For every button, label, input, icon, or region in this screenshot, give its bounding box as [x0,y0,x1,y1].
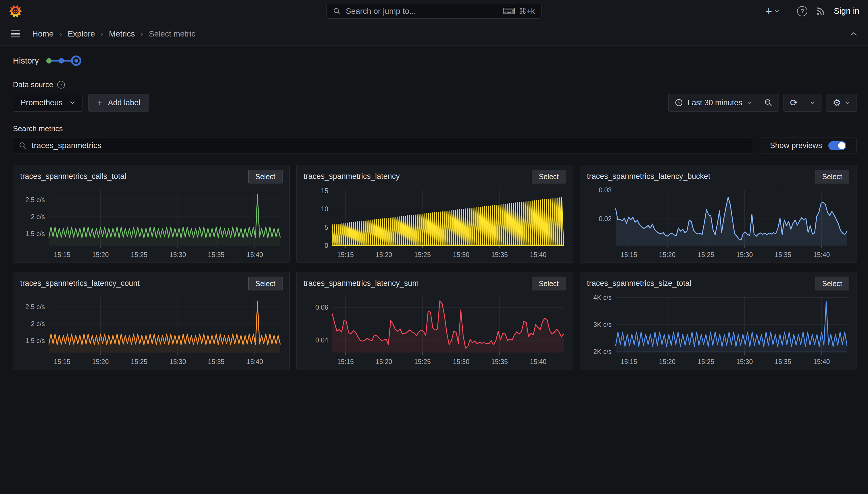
metric-title: traces_spanmetrics_latency_sum [303,277,419,288]
metrics-search-input[interactable] [31,140,746,150]
breadcrumb-item-explore[interactable]: Explore [67,29,95,39]
metric-title: traces_spanmetrics_size_total [587,277,691,288]
select-button[interactable]: Select [532,170,566,184]
time-range-label: Last 30 minutes [688,98,743,107]
search-icon [19,142,26,149]
svg-text:1.5 c/s: 1.5 c/s [25,230,45,238]
info-icon[interactable]: i [57,81,65,89]
gear-icon: ⚙ [833,98,841,107]
add-label-text: Add label [108,98,140,107]
svg-text:15:30: 15:30 [453,251,470,259]
breadcrumb-item-home[interactable]: Home [32,29,54,39]
svg-text:15:20: 15:20 [659,358,676,365]
svg-text:15:15: 15:15 [620,251,637,259]
metric-title: traces_spanmetrics_calls_total [20,170,126,181]
collapse-controls-button[interactable] [850,32,857,36]
svg-text:0.04: 0.04 [315,337,328,344]
svg-text:0.02: 0.02 [599,215,612,223]
search-shortcut-hint: ⌨ ⌘+k [503,6,535,16]
history-connector [52,60,59,61]
metric-preview-chart: 1.5 c/s2 c/s2.5 c/s15:1515:2015:2515:301… [20,293,282,367]
svg-text:3K c/s: 3K c/s [593,321,612,328]
metric-preview-chart: 0.020.0315:1515:2015:2515:3015:3515:40 [587,186,849,260]
add-label-button[interactable]: + Add label [88,94,149,112]
metric-title: traces_spanmetrics_latency_bucket [587,170,710,181]
metric-preview-chart: 2K c/s3K c/s4K c/s15:1515:2015:2515:3015… [587,293,849,367]
query-controls: Prometheus + Add label [13,94,149,112]
metric-card-header: traces_spanmetrics_latency_bucketSelect [587,170,849,184]
svg-text:4K c/s: 4K c/s [593,294,612,301]
history-step-icon[interactable] [59,58,64,63]
history-step-icon[interactable] [46,58,52,63]
refresh-icon: ⟳ [790,98,798,107]
chevron-down-icon [846,101,850,104]
svg-text:2 c/s: 2 c/s [31,320,45,327]
refresh-interval-picker[interactable] [804,94,821,111]
history-current-step-icon[interactable] [71,56,81,66]
new-menu-button[interactable]: + [765,5,780,17]
breadcrumb-separator: › [101,30,103,39]
svg-text:15:35: 15:35 [491,358,508,365]
breadcrumb-item-select-metric: Select metric [149,29,195,39]
grafana-logo[interactable] [8,4,22,18]
time-range-picker[interactable]: Last 30 minutes [669,94,757,111]
plus-icon: + [97,98,103,108]
datasource-picker[interactable]: Prometheus [13,94,82,112]
metric-card-header: traces_spanmetrics_latencySelect [303,170,566,184]
svg-text:15:40: 15:40 [246,358,263,365]
search-metrics-label: Search metrics [13,124,856,133]
metric-preview-chart: 1.5 c/s2 c/s2.5 c/s15:1515:2015:2515:301… [20,186,282,260]
select-button[interactable]: Select [248,170,282,184]
history-connector [64,60,71,61]
sign-in-button[interactable]: Sign in [834,6,860,16]
global-search-input[interactable]: Search or jump to... ⌨ ⌘+k [327,4,541,19]
select-button[interactable]: Select [815,277,849,290]
svg-text:5: 5 [324,224,328,231]
grafana-flame-icon [8,4,22,18]
svg-text:15:15: 15:15 [54,358,71,365]
history-row: History [13,56,856,66]
help-icon[interactable]: ? [797,6,807,16]
metric-title: traces_spanmetrics_latency [303,170,400,181]
svg-text:15:20: 15:20 [92,358,109,365]
chevron-down-icon [810,101,815,104]
metric-preview-chart: 05101515:1515:2015:2515:3015:3515:40 [303,186,566,260]
metric-card-header: traces_spanmetrics_latency_countSelect [20,277,282,290]
svg-text:15:30: 15:30 [170,358,186,365]
svg-text:10: 10 [321,205,328,213]
history-timeline[interactable] [46,56,81,66]
metric-title: traces_spanmetrics_latency_count [20,277,140,288]
controls-row: Prometheus + Add label Last 30 minutes [13,94,856,112]
select-button[interactable]: Select [532,277,566,290]
news-rss-icon[interactable] [816,6,825,16]
explore-metrics-content: History Data source i Prometheus + Add [0,46,868,369]
search-icon [333,7,341,15]
settings-button[interactable]: ⚙ [826,94,856,111]
zoom-out-icon [764,99,772,107]
menu-toggle-icon[interactable] [11,31,20,38]
metric-card-header: traces_spanmetrics_size_totalSelect [587,277,849,290]
svg-text:15:40: 15:40 [813,358,830,365]
zoom-out-button[interactable] [757,94,778,111]
plus-icon: + [765,5,772,17]
navbar-divider [788,6,788,17]
svg-text:1.5 c/s: 1.5 c/s [25,337,45,344]
select-button[interactable]: Select [248,277,282,290]
refresh-button[interactable]: ⟳ [784,94,804,111]
metric-card-header: traces_spanmetrics_calls_totalSelect [20,170,282,184]
svg-text:2 c/s: 2 c/s [31,213,45,221]
select-button[interactable]: Select [815,170,849,184]
keyboard-icon: ⌨ [503,6,515,16]
breadcrumb: Home›Explore›Metrics›Select metric [32,29,195,39]
breadcrumb-separator: › [59,30,62,39]
datasource-label: Data source [13,80,53,89]
svg-text:15:35: 15:35 [775,251,791,259]
svg-text:0: 0 [324,242,328,249]
chevron-down-icon [70,101,75,104]
show-previews-toggle[interactable] [828,141,846,150]
svg-text:2K c/s: 2K c/s [593,348,612,356]
svg-text:15:25: 15:25 [697,251,714,259]
breadcrumb-item-metrics[interactable]: Metrics [109,29,135,39]
datasource-section-label: Data source i [13,80,856,89]
svg-text:15:20: 15:20 [659,251,676,259]
